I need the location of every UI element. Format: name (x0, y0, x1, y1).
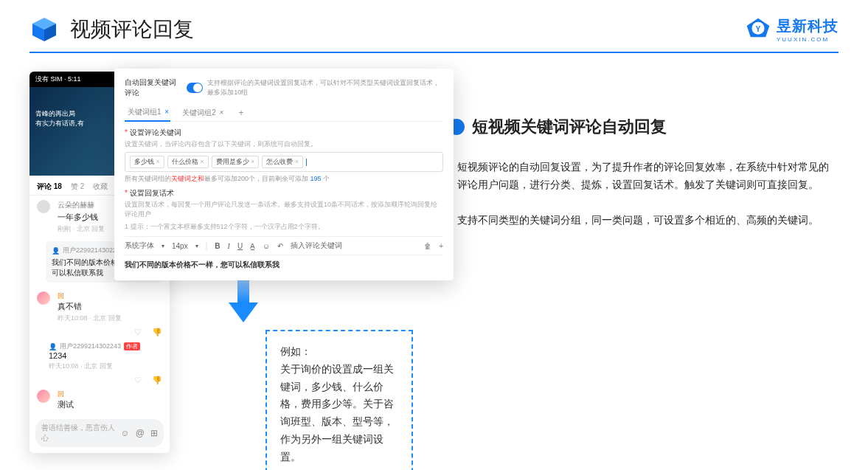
avatar (37, 200, 50, 213)
author-badge: 作者 (124, 342, 140, 350)
section-reply-hint: 设置回复话术，每回复一个用户评论只发送一条话术。最多支持设置10条不同话术，按添… (125, 200, 443, 219)
keyword-input[interactable]: 多少钱 什么价格 费用是多少 怎么收费 (125, 152, 443, 172)
section-title: 短视频关键词评论自动回复 (472, 116, 667, 138)
comment-input[interactable]: 善语结善缘，恶言伤人心 ☺ @ ⊞ (35, 419, 164, 447)
avatar-icon: 👤 (52, 247, 60, 255)
reply-username: 用户2299214302243 (60, 342, 121, 351)
comment-actions: ♡👎 (29, 328, 170, 337)
tab-favorites[interactable]: 收藏 (93, 182, 108, 192)
comment-item: 👤 用户2299214302243 作者 1234 昨天10:08 · 北京 回… (29, 337, 170, 376)
page-title: 视频评论回复 (70, 15, 194, 44)
keyword-chip[interactable]: 怎么收费 (262, 156, 303, 168)
video-overlay-text: 青峰的再出局 有实力有话语,有 (35, 109, 84, 128)
cube-icon (29, 15, 59, 44)
flow-arrow-icon (221, 277, 265, 328)
delete-button[interactable]: 🗑 (424, 242, 431, 250)
reply-indicator: 回 (58, 291, 162, 301)
keyword-chip[interactable]: 多少钱 (130, 156, 164, 168)
comment-item: 回 测试 (29, 385, 170, 415)
comment-text: 真不错 (58, 301, 162, 312)
comment-text: 1234 (49, 351, 162, 360)
tab-group-1[interactable]: 关键词组1 × (125, 104, 170, 122)
bullet-item: 支持不同类型的关键词分组，同一类问题，可设置多个相近的、高频的关键词。 (442, 212, 839, 229)
emoji-icon[interactable]: ☺ (121, 428, 130, 438)
auto-reply-desc: 支持根据评论的关键词设置回复话术，可以针对不同类型关键词设置回复话术，最多添加1… (207, 78, 443, 97)
emoji-button[interactable]: ☺ (263, 242, 270, 250)
svg-text:Y: Y (756, 25, 761, 33)
color-button[interactable]: A̲ (250, 242, 255, 250)
keyword-chip[interactable]: 费用是多少 (212, 156, 260, 168)
keyword-chip[interactable]: 什么价格 (167, 156, 209, 168)
input-placeholder: 善语结善缘，恶言伤人心 (41, 423, 121, 443)
bullet-text: 支持不同类型的关键词分组，同一类问题，可设置多个相近的、高频的关键词。 (457, 212, 819, 229)
section-reply-hint2: 1 提示：一个富文本框最多支持512个字符，一个汉字占用2个字符。 (125, 222, 443, 232)
add-button[interactable]: + (439, 242, 443, 250)
avatar (37, 291, 50, 305)
bullet-item: 短视频评论的自动回复设置，为了提升作者的评论回复效率，在系统中针对常见的评论用户… (442, 159, 839, 194)
settings-panel: 自动回复关键词评论 支持根据评论的关键词设置回复话术，可以针对不同类型关键词设置… (114, 69, 454, 280)
svg-rect-6 (237, 277, 249, 303)
tab-comments[interactable]: 评论 18 (37, 182, 62, 192)
underline-button[interactable]: U (237, 242, 243, 250)
heart-icon[interactable]: ♡ (134, 328, 142, 337)
section-keywords-label: 设置评论关键词 (125, 128, 443, 138)
comment-text: 测试 (58, 399, 162, 410)
insert-keyword-button[interactable]: 插入评论关键词 (291, 241, 342, 251)
comment-actions: ♡👎 (29, 376, 170, 385)
header: 视频评论回复 Y 昱新科技 YUUXIN.COM (0, 0, 868, 44)
image-icon[interactable]: ⊞ (150, 428, 158, 438)
comment-meta: 昨天10:08 · 北京 回复 (58, 314, 162, 323)
section-keywords-hint: 设置关键词，当评论内容包含了以下关键词，则系统可自动回复。 (125, 139, 443, 149)
size-select[interactable]: 14px (172, 242, 188, 250)
description-column: 短视频关键词评论自动回复 短视频评论的自动回复设置，为了提升作者的评论回复效率，… (442, 72, 839, 246)
dislike-icon[interactable]: 👎 (152, 376, 162, 385)
svg-marker-7 (229, 303, 258, 322)
section-reply-label: 设置回复话术 (125, 188, 443, 198)
auto-reply-toggle[interactable] (187, 83, 203, 93)
keyword-count-note: 所有关键词组的关键词之和最多可添加200个，目前剩余可添加 195 个 (125, 174, 443, 184)
bold-button[interactable]: B (215, 242, 220, 250)
font-select[interactable]: 系统字体 (125, 241, 154, 251)
dislike-icon[interactable]: 👎 (152, 328, 162, 337)
keyword-group-tabs: 关键词组1 × 关键词组2 × + (125, 104, 443, 122)
comment-meta: 昨天10:08 · 北京 回复 (49, 362, 162, 371)
tab-group-2[interactable]: 关键词组2 × (179, 105, 225, 121)
brand-logo: Y 昱新科技 YUUXIN.COM (746, 16, 839, 43)
heart-icon[interactable]: ♡ (134, 376, 142, 385)
editor-toolbar: 系统字体▾ 14px▾ | B I U A̲ ☺ ↶ 插入评论关键词 🗑 + (125, 236, 443, 255)
reply-indicator: 回 (58, 390, 162, 399)
reply-content-editor[interactable]: 我们不同的版本价格不一样，您可以私信联系我 (125, 255, 443, 272)
example-body: 关于询价的设置成一组关键词，多少钱、什么价格，费用多少等。关于咨询班型、版本、型… (280, 361, 398, 466)
brand-logo-icon: Y (746, 17, 771, 42)
at-icon[interactable]: @ (136, 428, 145, 438)
auto-reply-label: 自动回复关键词评论 (125, 77, 182, 98)
avatar-icon: 👤 (49, 343, 57, 350)
example-head: 例如： (280, 343, 398, 361)
brand-name: 昱新科技 (777, 16, 839, 36)
text-cursor (306, 159, 307, 166)
clear-button[interactable]: ↶ (277, 242, 283, 250)
italic-button[interactable]: I (228, 242, 230, 250)
add-group-button[interactable]: + (237, 105, 245, 121)
tab-likes[interactable]: 赞 2 (71, 182, 84, 192)
comment-item: 回 真不错 昨天10:08 · 北京 回复 (29, 287, 170, 328)
bullet-text: 短视频评论的自动回复设置，为了提升作者的评论回复效率，在系统中针对常见的评论用户… (457, 159, 839, 194)
avatar (37, 390, 50, 403)
example-box: 例如： 关于询价的设置成一组关键词，多少钱、什么价格，费用多少等。关于咨询班型、… (265, 330, 413, 470)
brand-domain: YUUXIN.COM (777, 36, 839, 43)
